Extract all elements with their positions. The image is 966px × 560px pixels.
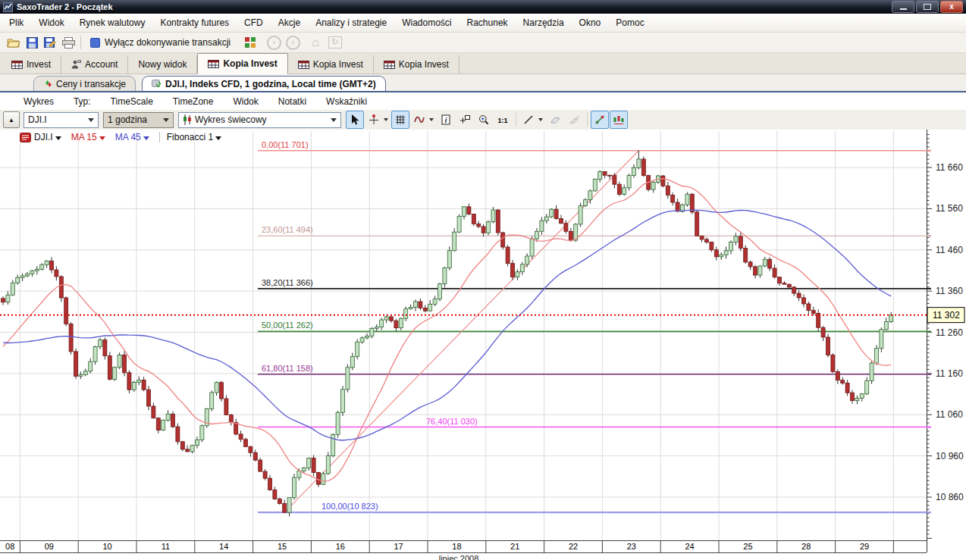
chevron-down-icon[interactable]: [384, 118, 388, 121]
period-select[interactable]: 1 godzina: [103, 112, 174, 128]
candle: [516, 272, 519, 277]
back-icon[interactable]: ‹: [267, 36, 281, 50]
trade-matrix-icon[interactable]: [241, 34, 259, 51]
candle: [671, 195, 675, 202]
menu-rachunek[interactable]: Rachunek: [459, 17, 516, 28]
save-as-icon[interactable]: [41, 34, 59, 51]
indicator-wave-button[interactable]: [410, 111, 428, 129]
menu-wiadomo-ci[interactable]: Wiadomości: [394, 17, 459, 28]
candle: [783, 283, 786, 284]
cursor-tool-button[interactable]: [346, 111, 364, 129]
menu-analizy-i-strategie[interactable]: Analizy i strategie: [308, 17, 394, 28]
candle: [773, 268, 776, 277]
zoom-tool-button[interactable]: [475, 111, 493, 129]
svg-text:11 360: 11 360: [936, 286, 963, 296]
candle: [30, 271, 34, 274]
worksheet-icon: [208, 60, 219, 68]
candle: [152, 406, 155, 418]
trend-line-tool-button[interactable]: [519, 111, 538, 129]
svg-text:11 460: 11 460: [936, 245, 963, 255]
refresh-icon[interactable]: ↻: [328, 36, 342, 48]
candle: [74, 352, 78, 377]
open-folder-icon[interactable]: [5, 34, 23, 51]
chart-menu-wska-niki[interactable]: Wskaźniki: [316, 96, 377, 107]
day-label: 29: [860, 542, 869, 551]
legend-ma45[interactable]: MA 45: [115, 132, 149, 142]
menu-kontrakty-futures[interactable]: Kontrakty futures: [152, 17, 237, 28]
candle: [797, 293, 801, 298]
chart-toolbar: ▲ DJI.I 1 godzina Wykres świecowy i: [0, 110, 966, 130]
add-box-tool-button[interactable]: [456, 111, 474, 129]
workspace-tab-nowy-widok-2[interactable]: Nowy widok: [128, 55, 197, 74]
minimize-button[interactable]: [892, 1, 914, 13]
close-button[interactable]: x: [940, 1, 963, 13]
candle: [443, 268, 447, 284]
candle: [40, 264, 44, 269]
one-to-one-tool-button[interactable]: 1:1: [494, 111, 512, 129]
print-icon[interactable]: [59, 34, 77, 51]
crosshair-tool-button[interactable]: [365, 111, 383, 129]
instrument-select[interactable]: DJI.I: [24, 112, 99, 128]
day-label: 22: [569, 542, 578, 551]
chart-menu-typ[interactable]: Typ:: [64, 96, 101, 107]
candlestick-icon: [183, 114, 192, 125]
day-label: 17: [394, 542, 403, 551]
chart-menu-notatki[interactable]: Notatki: [268, 96, 316, 107]
candle: [156, 418, 160, 430]
workspace-tab-kopia-invest-5[interactable]: Kopia Invest: [374, 55, 459, 74]
candle: [734, 236, 738, 242]
eraser-tool-button[interactable]: [546, 111, 564, 129]
home-icon[interactable]: ⌂: [307, 36, 324, 49]
menu-cfd[interactable]: CFD: [237, 17, 271, 28]
period-value: 1 godzina: [108, 114, 147, 125]
candle: [787, 284, 791, 287]
tool-separator: [587, 113, 588, 127]
restore-button[interactable]: [916, 1, 939, 13]
auto-candles-tool-button[interactable]: [610, 111, 628, 129]
legend-ma45-label: MA 45: [115, 132, 141, 142]
candle: [637, 159, 641, 167]
workspace-tab-label: Kopia Invest: [313, 59, 363, 70]
workspace-tab-invest-0[interactable]: Invest: [2, 55, 61, 74]
legend-instrument[interactable]: DJI.I: [34, 132, 61, 142]
current-price-label: 11 302: [933, 310, 960, 321]
chart-menu-timescale[interactable]: TimeScale: [101, 96, 163, 107]
menu-narz-dzia[interactable]: Narzędzia: [516, 17, 572, 28]
candle: [826, 337, 830, 355]
eraser-all-tool-button[interactable]: [565, 111, 583, 129]
scale-arrow-tool-button[interactable]: [591, 111, 609, 129]
grid-tool-button[interactable]: [391, 111, 409, 129]
workspace-tab-account-1[interactable]: Account: [61, 55, 128, 74]
tab-ceny-i-transakcje[interactable]: Ceny i transakcje: [33, 76, 136, 91]
menu-akcje[interactable]: Akcje: [271, 17, 308, 28]
chart-menu-widok[interactable]: Widok: [223, 96, 268, 107]
chevron-down-icon[interactable]: [429, 118, 434, 121]
save-icon[interactable]: [23, 34, 41, 51]
info-tool-button[interactable]: i: [437, 111, 455, 129]
scroll-up-button[interactable]: ▲: [3, 111, 20, 128]
chart-menu-wykres[interactable]: Wykres: [14, 96, 64, 107]
chevron-down-icon[interactable]: [538, 118, 543, 121]
candle: [540, 221, 544, 231]
candle: [103, 340, 107, 356]
price-chart-svg[interactable]: 0,00(11 701)23,60(11 494)38,20(11 366)50…: [0, 130, 966, 560]
forward-icon[interactable]: ›: [286, 36, 300, 50]
menu-okno[interactable]: Okno: [572, 17, 609, 28]
title-bar[interactable]: SaxoTrader 2 - Początek x: [0, 0, 966, 14]
workspace-tab-kopia-invest-3[interactable]: Kopia Invest: [197, 53, 287, 74]
chart-type-select[interactable]: Wykres świecowy: [178, 112, 341, 128]
disable-trading-toggle-icon[interactable]: [90, 38, 100, 48]
chart-menu-timezone[interactable]: TimeZone: [163, 96, 224, 107]
disable-trading-label[interactable]: Wyłącz dokonywanie transakcji: [105, 37, 231, 48]
workspace-tab-kopia-invest-4[interactable]: Kopia Invest: [288, 55, 374, 74]
menu-widok[interactable]: Widok: [31, 17, 71, 28]
legend-ma15[interactable]: MA 15: [71, 132, 105, 142]
instrument-legend-icon: [20, 133, 31, 142]
menu-plik[interactable]: Plik: [2, 17, 31, 28]
candle: [428, 304, 432, 311]
menu-rynek-walutowy[interactable]: Rynek walutowy: [72, 17, 153, 28]
menu-pomoc[interactable]: Pomoc: [608, 17, 651, 28]
candle: [239, 434, 243, 440]
tab-dji-chart[interactable]: DJI.I, Indeks CFD, 1 godzina, Local time…: [142, 76, 386, 91]
legend-fibonacci[interactable]: Fibonacci 1: [167, 132, 221, 142]
